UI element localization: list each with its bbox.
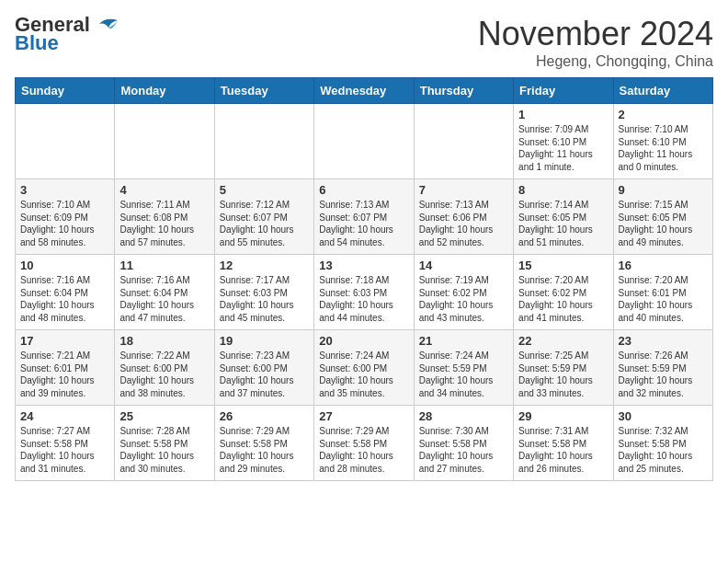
day-info: Sunrise: 7:12 AM Sunset: 6:07 PM Dayligh…	[220, 199, 309, 248]
day-info: Sunrise: 7:30 AM Sunset: 5:58 PM Dayligh…	[419, 425, 508, 475]
day-number: 25	[119, 409, 209, 423]
day-number: 11	[119, 259, 209, 272]
day-info: Sunrise: 7:19 AM Sunset: 6:02 PM Dayligh…	[419, 274, 508, 324]
day-info: Sunrise: 7:11 AM Sunset: 6:08 PM Dayligh…	[119, 199, 209, 248]
calendar-cell: 5Sunrise: 7:12 AM Sunset: 6:07 PM Daylig…	[214, 179, 313, 255]
day-number: 3	[20, 183, 109, 197]
day-info: Sunrise: 7:25 AM Sunset: 5:59 PM Dayligh…	[518, 350, 608, 399]
month-title: November 2024	[478, 15, 713, 53]
day-number: 20	[319, 334, 408, 348]
day-number: 13	[319, 259, 408, 272]
calendar-cell: 15Sunrise: 7:20 AM Sunset: 6:02 PM Dayli…	[514, 255, 613, 330]
calendar-cell: 13Sunrise: 7:18 AM Sunset: 6:03 PM Dayli…	[314, 255, 414, 330]
calendar-cell: 7Sunrise: 7:13 AM Sunset: 6:06 PM Daylig…	[414, 179, 513, 255]
day-number: 29	[518, 409, 608, 423]
day-number: 17	[20, 334, 109, 348]
day-number: 18	[119, 334, 209, 348]
weekday-header: Saturday	[613, 78, 712, 104]
calendar-cell: 30Sunrise: 7:32 AM Sunset: 5:58 PM Dayli…	[613, 406, 712, 481]
day-info: Sunrise: 7:13 AM Sunset: 6:06 PM Dayligh…	[419, 199, 508, 248]
calendar-cell: 12Sunrise: 7:17 AM Sunset: 6:03 PM Dayli…	[214, 255, 313, 330]
day-number: 30	[619, 409, 708, 423]
day-info: Sunrise: 7:26 AM Sunset: 5:59 PM Dayligh…	[619, 350, 708, 399]
calendar-cell: 8Sunrise: 7:14 AM Sunset: 6:05 PM Daylig…	[514, 179, 613, 255]
calendar-cell: 22Sunrise: 7:25 AM Sunset: 5:59 PM Dayli…	[514, 330, 613, 406]
day-info: Sunrise: 7:29 AM Sunset: 5:58 PM Dayligh…	[319, 425, 408, 475]
calendar-cell: 4Sunrise: 7:11 AM Sunset: 6:08 PM Daylig…	[115, 179, 214, 255]
logo: General Blue	[15, 15, 119, 55]
calendar-cell	[314, 104, 414, 179]
day-info: Sunrise: 7:14 AM Sunset: 6:05 PM Dayligh…	[518, 199, 608, 248]
calendar-cell: 11Sunrise: 7:16 AM Sunset: 6:04 PM Dayli…	[115, 255, 214, 330]
day-number: 6	[319, 183, 408, 197]
calendar-cell	[115, 104, 214, 179]
calendar-week-row: 10Sunrise: 7:16 AM Sunset: 6:04 PM Dayli…	[16, 255, 713, 330]
weekday-header: Wednesday	[314, 78, 414, 104]
day-info: Sunrise: 7:10 AM Sunset: 6:09 PM Dayligh…	[20, 199, 109, 248]
day-number: 16	[619, 259, 708, 272]
page-header: General Blue November 2024 Hegeng, Chong…	[15, 15, 713, 70]
day-number: 28	[419, 409, 508, 423]
location: Hegeng, Chongqing, China	[478, 53, 713, 70]
day-number: 15	[518, 259, 608, 272]
calendar-cell	[16, 104, 115, 179]
day-number: 22	[518, 334, 608, 348]
weekday-header: Monday	[115, 78, 214, 104]
calendar-cell: 29Sunrise: 7:31 AM Sunset: 5:58 PM Dayli…	[514, 406, 613, 481]
title-block: November 2024 Hegeng, Chongqing, China	[478, 15, 713, 70]
calendar-cell: 20Sunrise: 7:24 AM Sunset: 6:00 PM Dayli…	[314, 330, 414, 406]
day-number: 14	[419, 259, 508, 272]
day-number: 1	[518, 108, 608, 121]
weekday-header: Tuesday	[214, 78, 313, 104]
day-info: Sunrise: 7:28 AM Sunset: 5:58 PM Dayligh…	[119, 425, 209, 475]
day-number: 5	[220, 183, 309, 197]
day-info: Sunrise: 7:16 AM Sunset: 6:04 PM Dayligh…	[119, 274, 209, 324]
calendar-table: SundayMondayTuesdayWednesdayThursdayFrid…	[15, 77, 713, 481]
day-info: Sunrise: 7:18 AM Sunset: 6:03 PM Dayligh…	[319, 274, 408, 324]
day-number: 9	[619, 183, 708, 197]
logo-blue-text: Blue	[15, 31, 59, 55]
calendar-cell: 19Sunrise: 7:23 AM Sunset: 6:00 PM Dayli…	[214, 330, 313, 406]
calendar-week-row: 17Sunrise: 7:21 AM Sunset: 6:01 PM Dayli…	[16, 330, 713, 406]
day-info: Sunrise: 7:22 AM Sunset: 6:00 PM Dayligh…	[119, 350, 209, 399]
calendar-cell: 17Sunrise: 7:21 AM Sunset: 6:01 PM Dayli…	[16, 330, 115, 406]
calendar-header-row: SundayMondayTuesdayWednesdayThursdayFrid…	[16, 78, 713, 104]
day-number: 21	[419, 334, 508, 348]
calendar-cell: 23Sunrise: 7:26 AM Sunset: 5:59 PM Dayli…	[613, 330, 712, 406]
calendar-cell: 14Sunrise: 7:19 AM Sunset: 6:02 PM Dayli…	[414, 255, 513, 330]
calendar-cell: 18Sunrise: 7:22 AM Sunset: 6:00 PM Dayli…	[115, 330, 214, 406]
calendar-cell: 26Sunrise: 7:29 AM Sunset: 5:58 PM Dayli…	[214, 406, 313, 481]
day-info: Sunrise: 7:24 AM Sunset: 6:00 PM Dayligh…	[319, 350, 408, 399]
day-number: 24	[20, 409, 109, 423]
day-number: 19	[220, 334, 309, 348]
calendar-week-row: 1Sunrise: 7:09 AM Sunset: 6:10 PM Daylig…	[16, 104, 713, 179]
calendar-cell: 24Sunrise: 7:27 AM Sunset: 5:58 PM Dayli…	[16, 406, 115, 481]
day-info: Sunrise: 7:16 AM Sunset: 6:04 PM Dayligh…	[20, 274, 109, 324]
weekday-header: Friday	[514, 78, 613, 104]
day-info: Sunrise: 7:31 AM Sunset: 5:58 PM Dayligh…	[518, 425, 608, 475]
calendar-cell: 3Sunrise: 7:10 AM Sunset: 6:09 PM Daylig…	[16, 179, 115, 255]
calendar-cell	[414, 104, 513, 179]
day-number: 27	[319, 409, 408, 423]
day-info: Sunrise: 7:13 AM Sunset: 6:07 PM Dayligh…	[319, 199, 408, 248]
day-number: 2	[619, 108, 708, 121]
weekday-header: Thursday	[414, 78, 513, 104]
day-number: 26	[220, 409, 309, 423]
day-info: Sunrise: 7:17 AM Sunset: 6:03 PM Dayligh…	[220, 274, 309, 324]
day-info: Sunrise: 7:24 AM Sunset: 5:59 PM Dayligh…	[419, 350, 508, 399]
calendar-week-row: 24Sunrise: 7:27 AM Sunset: 5:58 PM Dayli…	[16, 406, 713, 481]
day-info: Sunrise: 7:32 AM Sunset: 5:58 PM Dayligh…	[619, 425, 708, 475]
day-info: Sunrise: 7:21 AM Sunset: 6:01 PM Dayligh…	[20, 350, 109, 399]
calendar-cell: 16Sunrise: 7:20 AM Sunset: 6:01 PM Dayli…	[613, 255, 712, 330]
calendar-cell: 1Sunrise: 7:09 AM Sunset: 6:10 PM Daylig…	[514, 104, 613, 179]
day-number: 7	[419, 183, 508, 197]
calendar-cell: 27Sunrise: 7:29 AM Sunset: 5:58 PM Dayli…	[314, 406, 414, 481]
day-info: Sunrise: 7:29 AM Sunset: 5:58 PM Dayligh…	[220, 425, 309, 475]
day-info: Sunrise: 7:20 AM Sunset: 6:02 PM Dayligh…	[518, 274, 608, 324]
day-number: 8	[518, 183, 608, 197]
day-info: Sunrise: 7:10 AM Sunset: 6:10 PM Dayligh…	[619, 123, 708, 173]
day-number: 10	[20, 259, 109, 272]
day-info: Sunrise: 7:23 AM Sunset: 6:00 PM Dayligh…	[220, 350, 309, 399]
calendar-cell: 25Sunrise: 7:28 AM Sunset: 5:58 PM Dayli…	[115, 406, 214, 481]
calendar-cell: 6Sunrise: 7:13 AM Sunset: 6:07 PM Daylig…	[314, 179, 414, 255]
